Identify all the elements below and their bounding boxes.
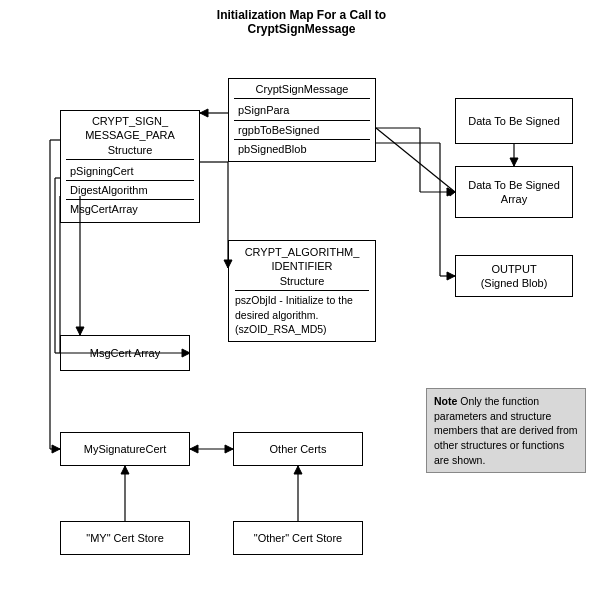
crypt-algorithm-identifier-box: CRYPT_ALGORITHM_IDENTIFIERStructure pszO… — [228, 240, 376, 342]
svg-marker-28 — [190, 445, 198, 453]
svg-marker-14 — [76, 327, 84, 335]
data-to-be-signed-array-box: Data To Be Signed Array — [455, 166, 573, 218]
svg-marker-25 — [52, 445, 60, 453]
svg-line-2 — [376, 128, 455, 192]
my-signature-cert-box: MySignatureCert — [60, 432, 190, 466]
crypt-algorithm-identifier-header: CRYPT_ALGORITHM_IDENTIFIERStructure — [235, 245, 369, 291]
svg-marker-32 — [294, 466, 302, 474]
crypt-sign-message-box: CryptSignMessage pSignPara rgpbToBeSigne… — [228, 78, 376, 162]
row-psigningcert: pSigningCert — [66, 162, 194, 181]
note-box: Note Only the function parameters and st… — [426, 388, 586, 473]
diagram-title: Initialization Map For a Call to CryptSi… — [217, 8, 386, 36]
my-signature-cert-label: MySignatureCert — [84, 442, 167, 456]
other-cert-store-box: "Other" Cert Store — [233, 521, 363, 555]
output-signed-blob-box: OUTPUT(Signed Blob) — [455, 255, 573, 297]
my-cert-store-box: "MY" Cert Store — [60, 521, 190, 555]
crypt-sign-message-rows: pSignPara rgpbToBeSigned pbSignedBlob — [234, 101, 370, 158]
data-to-be-signed-label: Data To Be Signed — [468, 114, 560, 128]
my-cert-store-label: "MY" Cert Store — [86, 531, 164, 545]
row-rgpbtobsigned: rgpbToBeSigned — [234, 121, 370, 140]
svg-marker-36 — [447, 188, 455, 196]
crypt-algorithm-identifier-text: pszObjId - Initialize to the desired alg… — [235, 293, 369, 337]
diagram-container: Initialization Map For a Call to CryptSi… — [0, 0, 603, 592]
svg-marker-5 — [510, 158, 518, 166]
row-digestalgorithm: DigestAlgorithm — [66, 181, 194, 200]
svg-marker-27 — [225, 445, 233, 453]
row-psignpara: pSignPara — [234, 101, 370, 120]
output-signed-blob-label: OUTPUT(Signed Blob) — [481, 262, 548, 291]
svg-marker-9 — [447, 272, 455, 280]
msgcert-array-box: MsgCert Array — [60, 335, 190, 371]
crypt-sign-message-para-rows: pSigningCert DigestAlgorithm MsgCertArra… — [66, 162, 194, 219]
row-pbsignedblob: pbSignedBlob — [234, 140, 370, 158]
crypt-sign-message-para-header: CRYPT_SIGN_MESSAGE_PARAStructure — [66, 114, 194, 160]
svg-marker-30 — [121, 466, 129, 474]
other-certs-box: Other Certs — [233, 432, 363, 466]
crypt-sign-message-para-box: CRYPT_SIGN_MESSAGE_PARAStructure pSignin… — [60, 110, 200, 223]
crypt-sign-message-header: CryptSignMessage — [234, 82, 370, 99]
row-msgcertarray: MsgCertArray — [66, 200, 194, 218]
msgcert-array-label: MsgCert Array — [90, 346, 160, 360]
svg-marker-1 — [200, 109, 208, 117]
data-to-be-signed-box: Data To Be Signed — [455, 98, 573, 144]
note-bold: Note — [434, 395, 457, 407]
svg-marker-3 — [447, 188, 455, 196]
other-cert-store-label: "Other" Cert Store — [254, 531, 343, 545]
other-certs-label: Other Certs — [270, 442, 327, 456]
data-to-be-signed-array-label: Data To Be Signed Array — [461, 178, 567, 207]
